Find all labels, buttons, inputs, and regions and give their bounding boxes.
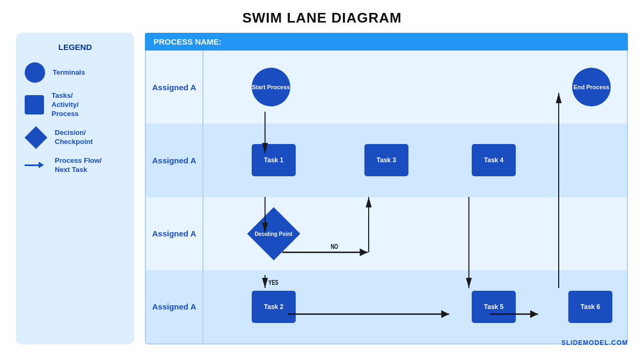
lane-2-content: Task 1 Task 3 Task 4 bbox=[202, 124, 627, 197]
legend-item-decision: Decision/Checkpoint bbox=[25, 127, 126, 148]
lane-3-label: Assigned A bbox=[146, 229, 202, 238]
process-header: PROCESS NAME: bbox=[145, 33, 628, 51]
diagram-area: PROCESS NAME: Assigned A Start Process E… bbox=[145, 33, 628, 344]
legend-box: LEGEND Terminals Tasks/Activity/Process … bbox=[16, 33, 134, 344]
decision-icon bbox=[25, 126, 47, 148]
start-process: Start Process bbox=[252, 68, 290, 106]
task5-box: Task 5 bbox=[472, 291, 516, 323]
lane-2-label: Assigned A bbox=[146, 156, 202, 165]
watermark: SLIDEMODEL.COM bbox=[561, 339, 628, 347]
legend-title: LEGEND bbox=[25, 42, 126, 52]
swim-lane-1: Assigned A Start Process End Process bbox=[146, 51, 627, 124]
tasks-icon bbox=[25, 95, 44, 114]
legend-item-terminals: Terminals bbox=[25, 62, 126, 83]
swim-lanes: Assigned A Start Process End Process Ass… bbox=[145, 51, 628, 344]
lane-4-content: Task 2 Task 5 Task 6 bbox=[202, 270, 627, 343]
legend-item-flow: Process Flow/Next Task bbox=[25, 156, 126, 175]
lane-1-label: Assigned A bbox=[146, 83, 202, 92]
legend-terminals-label: Terminals bbox=[53, 68, 85, 77]
task6-box: Task 6 bbox=[568, 291, 612, 323]
swim-lane-4: Assigned A Task 2 Task 5 Task 6 bbox=[146, 270, 627, 343]
legend-flow-label: Process Flow/Next Task bbox=[55, 156, 101, 175]
task3-box: Task 3 bbox=[364, 144, 408, 176]
swim-lane-3: Assigned A Deciding Point bbox=[146, 197, 627, 270]
task2-box: Task 2 bbox=[252, 291, 296, 323]
lane-4-label: Assigned A bbox=[146, 302, 202, 311]
swim-lane-2: Assigned A Task 1 Task 3 Task 4 bbox=[146, 124, 627, 197]
legend-item-tasks: Tasks/Activity/Process bbox=[25, 91, 126, 119]
end-process: End Process bbox=[572, 68, 611, 106]
lane-1-content: Start Process End Process bbox=[202, 51, 627, 124]
task4-box: Task 4 bbox=[472, 144, 516, 176]
page-title: SWIM LANE DIAGRAM bbox=[0, 0, 644, 33]
decision-diamond: Deciding Point bbox=[247, 207, 301, 260]
legend-tasks-label: Tasks/Activity/Process bbox=[52, 91, 79, 119]
flow-arrow-icon bbox=[25, 164, 47, 166]
task1-box: Task 1 bbox=[252, 144, 296, 176]
terminal-icon bbox=[25, 62, 45, 83]
lane-3-content: Deciding Point bbox=[202, 197, 627, 270]
legend-decision-label: Decision/Checkpoint bbox=[55, 128, 93, 147]
